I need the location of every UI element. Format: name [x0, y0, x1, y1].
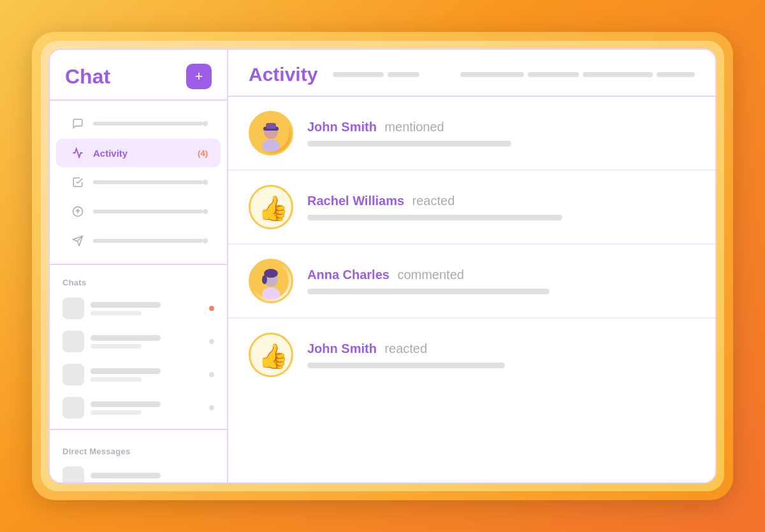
svg-text:👍: 👍	[258, 341, 287, 371]
header-bar	[528, 72, 579, 77]
dm-label: Direct Messages	[50, 438, 227, 460]
activity-desc-bar	[307, 215, 562, 220]
main-title: Activity	[249, 64, 317, 85]
sidebar-item-send[interactable]	[56, 227, 221, 255]
tasks-icon	[69, 173, 87, 191]
activity-name-action: John Smith mentioned	[307, 120, 695, 134]
nav-dot	[203, 238, 208, 243]
activity-label: Activity	[93, 148, 194, 159]
dm-list-item[interactable]	[50, 461, 227, 484]
nav-bar	[93, 122, 203, 126]
avatar	[62, 331, 84, 352]
activity-name-action: Anna Charles commented	[307, 268, 695, 282]
chat-name-bar	[91, 473, 161, 478]
chat-info	[91, 473, 214, 482]
sidebar-item-messages[interactable]	[56, 110, 221, 138]
new-chat-button[interactable]: +	[186, 64, 212, 89]
nav-bar	[93, 239, 203, 243]
activity-badge: (4)	[198, 148, 208, 158]
chats-section: Chats	[50, 265, 227, 430]
activity-action: mentioned	[384, 120, 444, 134]
chat-msg-bar	[91, 377, 142, 382]
nav-bar	[93, 210, 203, 213]
announcements-icon	[69, 203, 87, 220]
svg-text:👍: 👍	[258, 194, 287, 223]
send-icon	[69, 232, 87, 250]
chat-name-bar	[91, 401, 161, 407]
sidebar-header: Chat +	[50, 50, 227, 101]
activity-item[interactable]: 👍 John Smith reacted	[228, 319, 715, 391]
sidebar-item-activity[interactable]: Activity (4)	[56, 139, 221, 167]
messages-icon	[69, 115, 87, 133]
activity-name-action: Rachel Williams reacted	[307, 194, 695, 208]
chat-dot	[209, 339, 214, 344]
activity-desc-bar	[307, 141, 511, 147]
header-bar	[460, 72, 524, 77]
activity-text: John Smith mentioned	[307, 120, 695, 147]
activity-desc-bar	[307, 363, 505, 368]
sidebar-item-tasks[interactable]	[56, 168, 221, 196]
inner-ring: Chat +	[41, 41, 724, 491]
activity-name: John Smith	[307, 120, 377, 134]
svg-rect-6	[266, 123, 276, 129]
chat-info	[91, 368, 205, 382]
activity-item[interactable]: Anna Charles commented	[228, 245, 715, 319]
activity-text: Anna Charles commented	[307, 268, 695, 294]
chat-msg-bar	[91, 410, 142, 415]
header-bar	[657, 72, 695, 77]
activity-text: John Smith reacted	[307, 341, 695, 368]
chat-info	[91, 335, 205, 349]
chat-name-bar	[91, 368, 161, 374]
activity-action: reacted	[412, 194, 455, 208]
nav-dot	[203, 121, 208, 126]
chat-msg-bar	[91, 344, 142, 349]
activity-icon	[69, 144, 87, 162]
chats-label: Chats	[50, 269, 227, 291]
activity-name: John Smith	[307, 341, 377, 356]
chat-list-item[interactable]	[50, 292, 227, 324]
chat-name-bar	[91, 302, 161, 308]
chat-list-item[interactable]	[50, 392, 227, 424]
activity-item[interactable]: John Smith mentioned	[228, 97, 715, 171]
activity-list: John Smith mentioned 👍	[228, 97, 715, 482]
chat-dot	[209, 372, 214, 377]
app-container: Chat +	[48, 48, 717, 484]
avatar	[62, 298, 84, 319]
svg-point-12	[262, 275, 267, 284]
avatar	[249, 111, 293, 155]
activity-name: Rachel Williams	[307, 194, 404, 208]
activity-text: Rachel Williams reacted	[307, 194, 695, 220]
header-bar-right	[460, 72, 695, 77]
main-content: Activity	[228, 50, 715, 482]
header-bar	[333, 72, 384, 77]
sidebar: Chat +	[50, 50, 228, 482]
activity-desc-bar	[307, 289, 550, 294]
nav-bar	[93, 180, 203, 184]
nav-dot	[203, 180, 208, 185]
activity-name-action: John Smith reacted	[307, 341, 695, 356]
header-bar-group	[333, 72, 460, 77]
outer-ring: Chat +	[32, 32, 733, 500]
sidebar-nav: Activity (4)	[50, 101, 227, 265]
activity-action: commented	[397, 268, 464, 282]
chat-dot	[209, 405, 214, 410]
chat-list-item[interactable]	[50, 326, 227, 357]
avatar	[62, 466, 84, 484]
avatar	[62, 364, 84, 385]
sidebar-title: Chat	[65, 65, 110, 89]
chat-msg-bar	[91, 311, 142, 315]
avatar: 👍	[249, 185, 293, 229]
avatar	[249, 259, 293, 303]
dm-section: Direct Messages	[50, 430, 227, 484]
header-bar	[583, 72, 653, 77]
avatar	[62, 397, 84, 419]
chat-info	[91, 302, 205, 315]
header-bar	[388, 72, 419, 77]
chat-info	[91, 401, 205, 415]
main-header: Activity	[228, 50, 715, 97]
nav-dot	[203, 209, 208, 214]
chat-list-item[interactable]	[50, 359, 227, 391]
sidebar-item-announcements[interactable]	[56, 198, 221, 226]
activity-item[interactable]: 👍 Rachel Williams reacted	[228, 171, 715, 245]
activity-name: Anna Charles	[307, 268, 390, 282]
